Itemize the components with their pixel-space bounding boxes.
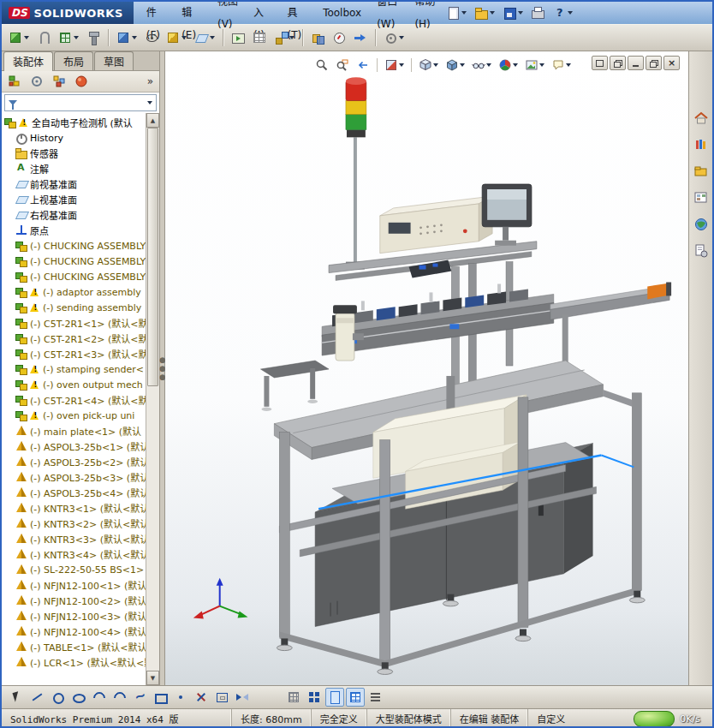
menu-item[interactable]: 帮助(H) [407,0,443,35]
new-motion-study[interactable] [228,28,248,47]
edit-appearance[interactable] [496,57,521,74]
reference-geometry[interactable] [191,28,218,47]
model-top-shelf[interactable] [329,242,537,281]
tree-item[interactable]: 原点 [2,223,146,238]
close-window-button[interactable]: × [663,56,680,70]
tree-item[interactable]: (-) ASPOL3-25b<3> (默认 [2,469,146,485]
scrollbar-thumb[interactable] [147,128,158,386]
options[interactable] [380,28,408,47]
mate[interactable] [33,28,54,47]
select[interactable] [7,688,26,707]
tree-item[interactable]: (-) CHUCKING ASSEMBLY<3 [2,269,146,284]
tree-item[interactable]: (-) oven output mech [2,377,146,392]
help[interactable] [550,4,575,21]
tree-item[interactable]: 全自动电子检测机 (默认 [2,115,146,130]
tree-item[interactable]: 前视基准面 [2,176,146,192]
tree-item[interactable]: (-) NFJN12-100<2> (默认 [2,593,146,608]
tree-item[interactable]: (-) KNTR3<1> (默认<默认 [2,500,146,516]
evaluate[interactable] [329,28,349,47]
tree-item[interactable]: (-) CHUCKING ASSEMBLY<2 [2,254,146,269]
scroll-down-icon[interactable]: ▼ [146,671,159,685]
configurationmanager-tab[interactable] [50,73,68,91]
hide-show-items[interactable] [469,57,494,74]
tree-item[interactable]: (-) oven pick-up uni [2,408,146,423]
previous-view[interactable] [354,57,372,74]
tree-filter[interactable] [4,94,157,111]
tree-item[interactable]: (-) LCR<1> (默认<默认<默 [2,654,146,670]
open-document[interactable] [472,4,497,21]
tree-item[interactable]: (-) C5T-2R1<4> (默认<默 [2,392,146,408]
model-conveyor[interactable] [322,282,671,364]
custom-status[interactable]: 自定义 [527,709,574,728]
mirror-entities[interactable] [233,688,252,707]
panel-overflow-button[interactable]: » [147,75,156,87]
tree-item[interactable]: (-) C5T-2R1<2> (默认<默 [2,331,146,346]
corner-rectangle[interactable] [151,688,170,707]
new-window-button[interactable] [592,56,608,70]
propertymanager-tab[interactable] [27,73,46,91]
tree-item[interactable]: (-) CHUCKING ASSEMBLY<1 [2,238,146,254]
linear-component-pattern[interactable] [55,28,82,47]
save-document[interactable] [500,4,526,21]
ellipse[interactable] [68,688,87,707]
tab-layout[interactable]: 布局 [54,51,93,70]
tree-item[interactable]: (-) stamping sender< [2,361,146,377]
tree-item[interactable]: (-) ASPOL3-25b<2> (默认 [2,454,146,469]
tree-item[interactable]: (-) adaptor assembly [2,284,146,300]
instant-3d[interactable] [350,28,371,47]
tangent-arc[interactable] [110,688,128,707]
insert-components[interactable] [5,28,33,47]
zoom-to-fit[interactable] [312,57,331,74]
view-orientation[interactable] [416,57,441,74]
smart-fasteners[interactable] [83,28,104,47]
tree-item[interactable]: (-) C5T-2R1<1> (默认<默 [2,315,146,331]
tree-item[interactable]: (-) main plate<1> (默认 [2,423,146,439]
move-component[interactable] [113,28,140,47]
trim-entities[interactable] [192,688,211,707]
assembly-model[interactable] [165,51,688,685]
menu-item[interactable]: Toolbox [315,2,369,24]
tree-item[interactable]: 上视基准面 [2,192,146,207]
circle[interactable] [48,688,67,707]
tree-item[interactable]: 注解 [2,161,146,176]
restore-window-button[interactable] [646,56,662,70]
tree-item[interactable]: (-) sending assembly [2,300,146,315]
exploded-view[interactable] [271,28,298,47]
cascade-windows-button[interactable] [610,56,626,70]
section-view[interactable] [382,57,407,74]
displaymanager-tab[interactable] [72,73,91,91]
tab-sketch[interactable]: 草图 [94,51,134,70]
tree-item[interactable]: (-) KNTR3<3> (默认<默认 [2,531,146,546]
tree-item[interactable]: (-) KNTR3<4> (默认<默认 [2,546,146,562]
point[interactable] [171,688,190,707]
spline[interactable] [130,688,149,707]
view-palette-tab[interactable] [690,188,711,208]
graphics-area[interactable]: × [165,51,688,685]
new-document[interactable] [443,4,469,21]
featuremanager-tree-tab[interactable] [5,73,24,91]
large-assembly-mode-status[interactable]: 大型装配体模式 [366,709,450,728]
model-monitor[interactable] [482,184,532,246]
model-side-table[interactable] [260,361,329,411]
display-style[interactable] [443,57,467,74]
tree-item[interactable]: (-) NFJN12-100<4> (默认 [2,624,146,639]
custom-properties-tab[interactable] [690,241,711,261]
print-document[interactable] [528,4,547,21]
show-hidden-components[interactable] [141,28,162,47]
model-control-box[interactable] [380,196,492,254]
view-settings[interactable] [549,57,574,74]
design-table[interactable] [346,688,365,707]
zoom-to-area[interactable] [333,57,352,74]
tree-item[interactable]: History [2,130,146,146]
scroll-up-icon[interactable]: ▲ [146,113,159,128]
apply-scene[interactable] [522,57,547,74]
file-explorer-tab[interactable] [690,161,711,182]
tree-item[interactable]: (-) ASPOL3-25b<1> (默认 [2,439,146,454]
tree-item[interactable]: (-) NFJN12-100<1> (默认 [2,577,146,593]
assembly-features[interactable] [163,28,190,47]
line[interactable] [27,688,46,707]
centerpoint-arc[interactable] [89,688,108,707]
grid-snap[interactable] [284,688,303,707]
design-library-tab[interactable] [690,134,711,155]
sketch-pattern[interactable] [305,688,324,707]
